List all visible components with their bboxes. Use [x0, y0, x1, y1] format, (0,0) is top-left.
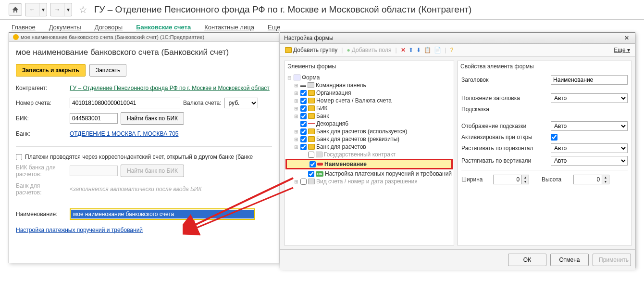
tree-item-payment-settings[interactable]: Настройка платежных поручений и требован…	[325, 170, 452, 177]
forward-dropdown[interactable]: ▾	[64, 3, 72, 16]
back-dropdown[interactable]: ▾	[39, 3, 47, 16]
tab-main[interactable]: Главное	[12, 24, 36, 31]
bik-label: БИК:	[16, 115, 67, 122]
bank-link[interactable]: ОТДЕЛЕНИЕ 1 МОСКВА Г. МОСКВА 705	[70, 130, 179, 137]
add-group-button[interactable]: Добавить группу	[285, 47, 337, 53]
form-elements-tree[interactable]: ⊟Форма ⊞▬Командная панель ⊞Организация ⊞…	[285, 72, 454, 245]
bank-account-dialog: мое наименование банковского счета (Банк…	[9, 32, 279, 263]
tab-contacts[interactable]: Контактные лица	[204, 24, 254, 31]
save-close-button[interactable]: Записать и закрыть	[16, 64, 86, 77]
copy-icon[interactable]: 📋	[424, 47, 431, 53]
folder-icon	[308, 136, 315, 142]
back-button[interactable]: ←	[25, 3, 39, 16]
tree-item-decor[interactable]: Декорация6	[316, 120, 348, 127]
tab-documents[interactable]: Документы	[49, 24, 81, 31]
prop-stretchh-label: Растягивать по горизонтал	[461, 145, 548, 152]
dialog-titlebar: мое наименование банковского счета (Банк…	[9, 33, 279, 42]
tree-check[interactable]	[300, 105, 307, 112]
tree-item-bankcalc-req[interactable]: Банк для расчетов (реквизиты)	[316, 136, 399, 142]
tree-check[interactable]	[300, 90, 307, 96]
delete-icon[interactable]: ✕	[401, 47, 406, 53]
tree-check[interactable]	[308, 171, 314, 177]
bank-corr-placeholder: <заполняется автоматически после ввода Б…	[70, 186, 202, 192]
prop-stretchv-label: Растягивать по вертикали	[461, 157, 548, 164]
paste-icon[interactable]: 📄	[434, 47, 441, 53]
add-fields-button: ●Добавить поля	[347, 47, 391, 53]
prop-height-spinner[interactable]: ▲▼	[573, 175, 609, 184]
tab-bank-accounts[interactable]: Банковские счета	[136, 24, 191, 31]
find-bank-button[interactable]: Найти банк по БИК	[121, 112, 184, 125]
find-bank-corr-button: Найти банк по БИК	[121, 165, 184, 177]
name-label: Наименование:	[16, 211, 67, 218]
tree-check[interactable]	[300, 144, 307, 150]
folder-icon	[308, 113, 315, 119]
prop-title-label: Заголовок	[461, 77, 548, 83]
tree-root[interactable]: Форма	[302, 74, 320, 81]
tree-check[interactable]	[300, 128, 307, 135]
ok-icon: OK	[316, 171, 323, 177]
tab-more[interactable]: Еще	[268, 24, 280, 31]
tree-item-bik[interactable]: БИК	[316, 105, 328, 112]
forward-button[interactable]: →	[50, 3, 64, 16]
prop-stretchv-select[interactable]: Авто	[551, 156, 628, 166]
account-number-input[interactable]	[70, 98, 180, 108]
dialog-heading: мое наименование банковского счета (Банк…	[16, 48, 272, 57]
home-button[interactable]	[9, 3, 22, 16]
tree-check[interactable]	[300, 179, 307, 185]
help-icon[interactable]: ?	[450, 47, 454, 53]
name-field-wrapper: мое наименование банковского счета	[70, 208, 255, 220]
tree-item-org[interactable]: Организация	[316, 90, 351, 96]
tree-check[interactable]	[300, 121, 307, 127]
tree-item-govcontract[interactable]: Государственный контракт	[324, 151, 396, 158]
tree-check[interactable]	[308, 152, 314, 158]
tree-item-accounttype[interactable]: Вид счета / номер и дата разрешения	[316, 178, 418, 185]
bik-input[interactable]	[70, 113, 118, 124]
prop-hintdisp-select[interactable]: Авто	[551, 121, 628, 131]
more-menu[interactable]: Еще ▾	[614, 47, 630, 53]
currency-select[interactable]: руб.	[224, 98, 258, 108]
move-down-icon[interactable]: ⬇	[416, 47, 421, 53]
tree-item-account[interactable]: Номер счета / Валюта счета	[316, 97, 392, 104]
tree-item-bank[interactable]: Банк	[316, 113, 329, 119]
form-settings-toolbar: Добавить группу | ●Добавить поля | ✕ ⬆ ⬇…	[280, 44, 635, 57]
form-elements-panel: Элементы формы ⊟Форма ⊞▬Командная панель…	[284, 61, 454, 245]
prop-stretchh-select[interactable]: Авто	[551, 143, 628, 153]
favorite-star-icon[interactable]: ☆	[79, 4, 87, 15]
form-icon	[294, 75, 300, 80]
prop-activate-check[interactable]	[551, 134, 557, 141]
bank-corr-label: Банк для расчетов:	[16, 182, 67, 196]
element-properties-panel: Свойства элемента формы Заголовок Положе…	[457, 61, 632, 245]
tree-check[interactable]	[310, 161, 316, 167]
bik-corr-label: БИК банка для расчетов:	[16, 164, 67, 178]
ok-button[interactable]: ОК	[508, 254, 546, 266]
tree-item-highlighted[interactable]: Наименование	[285, 159, 453, 169]
cancel-button[interactable]: Отмена	[550, 254, 589, 266]
corr-account-checkbox[interactable]	[16, 154, 22, 160]
nav-tabs: Главное Документы Договоры Банковские сч…	[0, 20, 644, 33]
page-title: ГУ – Отделение Пенсионного фонда РФ по г…	[94, 4, 471, 15]
dialog-title-text: мое наименование банковского счета (Банк…	[21, 34, 204, 40]
move-up-icon[interactable]: ⬆	[409, 47, 413, 53]
prop-hintdisp-label: Отображение подсказки	[461, 123, 548, 129]
payment-settings-link[interactable]: Настройка платежных поручений и требован…	[16, 227, 143, 233]
form-settings-title: Настройка формы	[284, 35, 334, 41]
bank-label: Банк:	[16, 130, 67, 137]
prop-width-spinner[interactable]: ▲▼	[493, 175, 529, 184]
tab-contracts[interactable]: Договоры	[95, 24, 123, 31]
tree-check[interactable]	[300, 98, 307, 104]
apply-button: Применить	[593, 254, 631, 266]
tree-item-bankcalc-used[interactable]: Банк для расчетов (используется)	[316, 128, 407, 135]
tree-check[interactable]	[300, 136, 307, 142]
name-input[interactable]: мое наименование банковского счета	[71, 210, 254, 218]
nav-back-group: ← ▾	[25, 3, 47, 16]
tree-item-cmdpanel[interactable]: Командная панель	[316, 82, 366, 89]
prop-title-input[interactable]	[551, 75, 628, 85]
close-button[interactable]: ✕	[622, 35, 631, 41]
folder-icon	[308, 90, 315, 96]
prop-titlepos-select[interactable]: Авто	[551, 93, 628, 103]
save-button[interactable]: Записать	[89, 64, 126, 77]
tree-item-bankcalc[interactable]: Банк для расчетов	[316, 143, 366, 150]
counterparty-link[interactable]: ГУ – Отделение Пенсионного фонда РФ по г…	[70, 85, 270, 91]
tree-check[interactable]	[300, 113, 307, 119]
folder-disabled-icon	[316, 152, 322, 157]
